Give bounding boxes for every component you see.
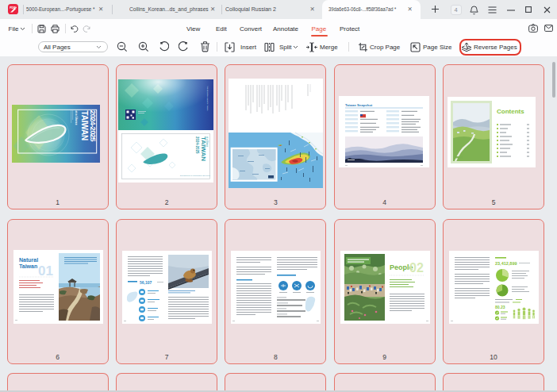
svg-text:TAIWAN: TAIWAN [80, 111, 89, 141]
svg-text:2024-2025: 2024-2025 [90, 110, 98, 143]
svg-text:01: 01 [38, 263, 53, 279]
svg-text:at a Glance: at a Glance [75, 111, 78, 125]
svg-text:Taiwan: Taiwan [19, 263, 37, 269]
svg-text:The essential guide to Taiwan: The essential guide to Taiwan [206, 86, 209, 111]
svg-text:02: 02 [409, 261, 424, 275]
svg-text:80.23: 80.23 [495, 305, 505, 309]
svg-text:2024-2025: 2024-2025 [195, 136, 199, 154]
svg-text:23,412,899: 23,412,899 [495, 261, 517, 266]
svg-text:56,107: 56,107 [140, 280, 152, 285]
svg-text:Contents: Contents [497, 108, 524, 115]
svg-text:at a Glance: at a Glance [206, 136, 209, 148]
svg-text:Natural: Natural [19, 257, 38, 263]
svg-text:Taiwan Snapshot: Taiwan Snapshot [345, 103, 373, 107]
svg-text:Department of Information Serv: Department of Information Services [180, 175, 210, 177]
